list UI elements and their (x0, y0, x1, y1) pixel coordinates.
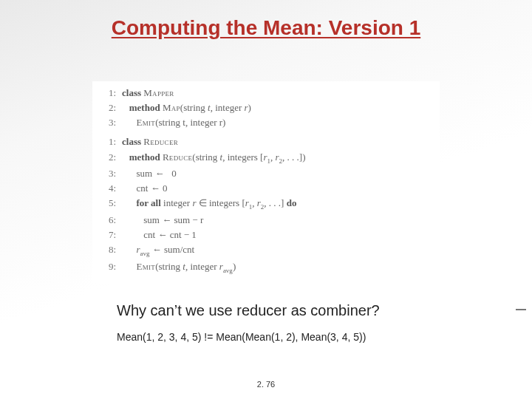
emit-args: (string t, integer ravg) (155, 261, 236, 272)
page-number: 2. 76 (0, 380, 532, 389)
emit-args: (string t, integer r) (155, 117, 225, 128)
for-body: integer r ∈ integers [r1, r2, . . .] (161, 197, 287, 208)
line-number: 9: (100, 259, 116, 276)
line-number: 1: (100, 134, 116, 149)
method-name: Map (163, 102, 180, 113)
slide: Computing the Mean: Version 1 1: class M… (0, 0, 532, 399)
line-number: 5: (100, 196, 116, 213)
line-number: 2: (100, 150, 116, 167)
stmt: cnt ← 0 (137, 183, 168, 194)
line-number: 2: (100, 100, 116, 115)
stmt: sum ← 0 (137, 168, 177, 179)
code-line: 2: method Map(string t, integer r) (100, 100, 432, 115)
keyword-class: class (122, 87, 141, 98)
code-line: 5: for all integer r ∈ integers [r1, r2,… (100, 196, 432, 213)
keyword-do: do (287, 197, 297, 208)
example-text: Mean(1, 2, 3, 4, 5) != Mean(Mean(1, 2), … (117, 331, 502, 343)
keyword-class: class (122, 136, 141, 147)
code-line: 2: method Reduce(string t, integers [r1,… (100, 150, 432, 167)
line-number: 8: (100, 242, 116, 259)
code-line: 4: cnt ← 0 (100, 181, 432, 196)
line-number: 3: (100, 166, 116, 181)
line-number: 4: (100, 181, 116, 196)
line-number: 3: (100, 115, 116, 130)
code-line: 1: class Mapper (100, 86, 432, 100)
keyword-method: method (129, 102, 160, 113)
emit-call: Emit (137, 261, 156, 272)
keyword-method: method (129, 151, 160, 163)
line-number: 7: (100, 228, 116, 242)
emit-call: Emit (137, 117, 156, 128)
code-line: 7: cnt ← cnt − 1 (100, 228, 432, 242)
line-number: 1: (100, 86, 116, 100)
code-line: 1: class Reducer (100, 134, 432, 149)
stmt: ravg ← sum/cnt (137, 244, 195, 255)
method-sig: (string t, integer r) (180, 102, 251, 113)
code-line: 9: Emit(string t, integer ravg) (100, 259, 432, 276)
stmt: sum ← sum − r (143, 214, 203, 225)
code-line: 6: sum ← sum − r (100, 213, 432, 228)
question-text: Why can’t we use reducer as combiner? (117, 302, 502, 319)
method-name: Reduce (163, 151, 192, 163)
method-sig: (string t, integers [r1, r2, . . .]) (192, 151, 305, 163)
slide-title: Computing the Mean: Version 1 (30, 16, 502, 40)
side-mark (516, 309, 526, 310)
class-name: Reducer (143, 136, 178, 147)
line-number: 6: (100, 213, 116, 228)
code-line: 8: ravg ← sum/cnt (100, 242, 432, 259)
keyword-forall: for all (137, 197, 161, 208)
class-name: Mapper (143, 87, 174, 98)
code-line: 3: sum ← 0 (100, 166, 432, 181)
code-line: 3: Emit(string t, integer r) (100, 115, 432, 130)
stmt: cnt ← cnt − 1 (143, 229, 197, 240)
pseudocode-block: 1: class Mapper 2: method Map(string t, … (92, 81, 440, 283)
